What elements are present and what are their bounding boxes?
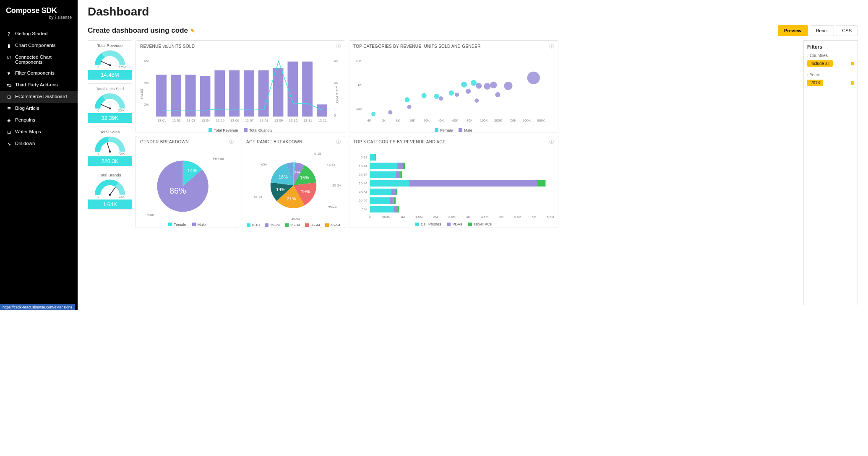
svg-text:20K: 20K xyxy=(424,119,430,122)
svg-rect-102 xyxy=(375,154,375,161)
filter-indicator-icon xyxy=(851,62,854,65)
nav-drilldown[interactable]: ↘Drilldown xyxy=(0,138,78,150)
svg-text:55-64: 55-64 xyxy=(254,195,263,199)
svg-text:1M: 1M xyxy=(400,215,405,219)
gauge-title: Total Units Sold xyxy=(90,86,130,91)
svg-rect-105 xyxy=(370,163,397,169)
svg-text:5.5M: 5.5M xyxy=(547,215,554,219)
info-icon[interactable]: ⓘ xyxy=(336,43,341,49)
info-icon[interactable]: ⓘ xyxy=(549,139,554,145)
svg-text:4M: 4M xyxy=(499,215,503,219)
svg-point-60 xyxy=(461,82,467,88)
gauge-total-revenue: Total Revenue 0 125M 14.48M xyxy=(88,40,132,80)
svg-text:1K: 1K xyxy=(357,83,362,87)
legend-label: 25-34 xyxy=(290,223,300,227)
legend-label: Total Quantity xyxy=(249,128,272,132)
legend-label: 0-18 xyxy=(252,223,260,227)
filter-countries[interactable]: Countries Include all xyxy=(807,53,854,67)
nav-wafer-maps[interactable]: ⊡Wafer Maps xyxy=(0,126,78,138)
svg-text:4M: 4M xyxy=(144,81,149,85)
nav-blog-article[interactable]: ≣Blog Article xyxy=(0,103,78,114)
nav-penguins[interactable]: ◈Penguins xyxy=(0,114,78,126)
gauge-total-brands: Total Brands 0 2.5K 1.64K xyxy=(88,170,132,210)
tab-react[interactable]: React xyxy=(810,25,834,36)
svg-rect-121 xyxy=(370,197,390,204)
logo-main: Compose SDK xyxy=(6,6,72,15)
filter-icon: ▼ xyxy=(6,70,12,76)
svg-text:2.5K: 2.5K xyxy=(119,195,125,198)
svg-text:2.5M: 2.5M xyxy=(448,215,455,219)
gauge-icon: 0 125M xyxy=(93,49,127,69)
toolbar: Create dashboard using code ✎ Preview Re… xyxy=(88,25,858,36)
svg-point-54 xyxy=(407,105,412,109)
nav-filter-components[interactable]: ▼Filter Components xyxy=(0,67,78,79)
svg-point-62 xyxy=(471,80,477,86)
nav-chart-components[interactable]: ▮Chart Components xyxy=(0,40,78,52)
edit-icon[interactable]: ✎ xyxy=(190,28,195,34)
svg-text:13-05: 13-05 xyxy=(216,119,225,122)
gauge-title: Total Revenue xyxy=(90,43,130,48)
svg-point-13 xyxy=(109,194,111,196)
nav-third-party[interactable]: 🛍Third Party Add-ons xyxy=(0,79,78,91)
svg-text:25-34: 25-34 xyxy=(332,184,341,187)
info-icon[interactable]: ⓘ xyxy=(549,43,554,49)
nav-ecommerce-dashboard[interactable]: ⊞ECommerce Dashboard xyxy=(0,91,78,103)
bar-line-chart: SALES QUANTITY 6M 4M 2M 4K 2K 0 13-0113-… xyxy=(139,54,341,127)
svg-text:18%: 18% xyxy=(279,174,288,179)
check-icon: ☑ xyxy=(6,54,12,60)
nav-label: Wafer Maps xyxy=(15,129,41,134)
svg-text:10K: 10K xyxy=(356,59,362,63)
svg-text:19-24: 19-24 xyxy=(359,164,368,168)
svg-text:QUANTITY: QUANTITY xyxy=(335,86,339,103)
legend-label: 19-24 xyxy=(270,223,280,227)
svg-text:2M: 2M xyxy=(144,103,149,106)
legend-label: Total Revenue xyxy=(214,128,238,132)
info-icon[interactable]: ⓘ xyxy=(229,139,234,145)
dashboard: Total Revenue 0 125M 14.48M Total Units … xyxy=(88,40,858,305)
svg-text:65+: 65+ xyxy=(261,163,267,166)
svg-rect-33 xyxy=(287,62,298,117)
filter-label: Countries xyxy=(807,53,854,58)
svg-rect-115 xyxy=(537,180,546,187)
svg-point-63 xyxy=(476,83,482,89)
legend: Cell Phones PDAs Tablet PCs xyxy=(349,221,558,228)
svg-text:0-18: 0-18 xyxy=(314,152,321,155)
svg-text:4K: 4K xyxy=(334,59,338,63)
tab-css[interactable]: CSS xyxy=(836,25,858,36)
square-icon: ⊡ xyxy=(6,129,12,135)
info-icon[interactable]: ⓘ xyxy=(336,139,341,145)
svg-text:0: 0 xyxy=(97,152,99,155)
nav-connected-chart[interactable]: ☑Connected Chart Components xyxy=(0,52,78,67)
nav-label: Getting Started xyxy=(15,31,47,36)
svg-text:13-07: 13-07 xyxy=(245,119,254,122)
svg-rect-118 xyxy=(391,189,396,195)
svg-text:13-04: 13-04 xyxy=(201,119,210,122)
svg-text:13-08: 13-08 xyxy=(260,119,268,122)
filter-years[interactable]: Years 2013 xyxy=(807,73,854,86)
tab-preview[interactable]: Preview xyxy=(778,25,808,36)
svg-rect-119 xyxy=(396,189,397,195)
gauge-icon: 0 700K xyxy=(93,136,127,155)
gauge-value: 1.64K xyxy=(88,200,132,209)
filter-chip[interactable]: Include all xyxy=(807,60,833,67)
svg-rect-103 xyxy=(375,154,376,161)
svg-rect-101 xyxy=(370,154,375,161)
grid-icon: ⊞ xyxy=(6,94,12,100)
legend-label: PDAs xyxy=(452,222,462,226)
legend-label: 35-44 xyxy=(310,223,320,227)
filter-chip[interactable]: 2013 xyxy=(807,80,823,86)
svg-text:10K: 10K xyxy=(409,119,415,122)
widget-title: TOP CATEGORIES BY REVENUE, UNITS SOLD AN… xyxy=(353,44,481,49)
svg-text:86%: 86% xyxy=(169,186,186,195)
logo: Compose SDK by ⟆ sisense xyxy=(0,4,78,25)
svg-text:100: 100 xyxy=(356,107,362,111)
nav-getting-started[interactable]: ?Getting Started xyxy=(0,28,78,40)
svg-text:60K: 60K xyxy=(452,119,459,122)
svg-point-61 xyxy=(466,89,471,94)
bag-icon: 🛍 xyxy=(6,82,12,88)
nav-label: Third Party Add-ons xyxy=(15,82,58,87)
charts-grid: REVENUE vs.UNITS SOLDⓘ SALES QUANTITY 6M… xyxy=(136,40,800,305)
help-icon: ? xyxy=(6,31,12,37)
svg-rect-29 xyxy=(229,70,240,117)
widget-title: GENDER BREAKDOWN xyxy=(140,140,189,144)
